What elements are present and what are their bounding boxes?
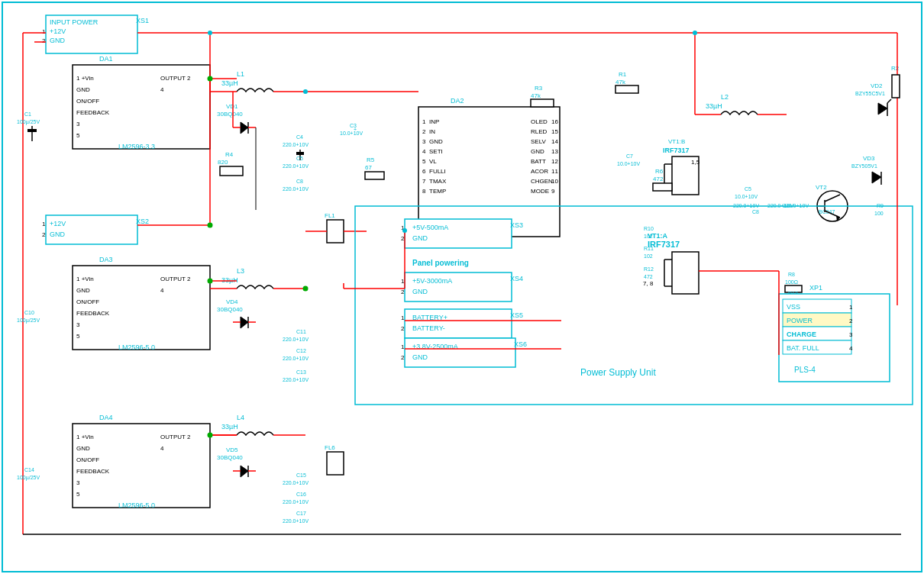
svg-text:GND: GND — [76, 86, 90, 93]
svg-text:3: 3 — [422, 138, 426, 145]
svg-text:100Ω: 100Ω — [785, 279, 798, 285]
svg-text:C4: C4 — [296, 134, 303, 140]
svg-text:+5V-500mA: +5V-500mA — [412, 224, 448, 231]
svg-text:L3: L3 — [237, 267, 244, 275]
svg-text:5: 5 — [422, 158, 426, 165]
svg-text:+: + — [354, 127, 357, 132]
svg-text:472: 472 — [653, 176, 664, 182]
svg-text:47k: 47k — [615, 79, 626, 85]
svg-text:XS2: XS2 — [136, 218, 149, 225]
svg-text:IRF7317: IRF7317 — [663, 147, 690, 154]
svg-text:L2: L2 — [721, 93, 729, 101]
svg-text:1: 1 — [42, 28, 46, 35]
svg-text:100: 100 — [874, 211, 884, 216]
svg-text:GND: GND — [412, 234, 428, 242]
svg-text:33µH: 33µH — [221, 79, 238, 87]
svg-text:ON/OFF: ON/OFF — [76, 456, 99, 463]
svg-rect-166 — [531, 99, 554, 107]
svg-text:XS4: XS4 — [510, 275, 523, 282]
svg-text:C15: C15 — [296, 472, 306, 478]
svg-text:R12: R12 — [644, 266, 654, 272]
svg-text:15: 15 — [551, 128, 558, 135]
svg-text:C17: C17 — [296, 511, 306, 516]
svg-text:8: 8 — [422, 188, 426, 195]
svg-text:OLED: OLED — [531, 118, 548, 125]
svg-text:GND: GND — [50, 231, 66, 238]
svg-text:102: 102 — [644, 234, 653, 239]
svg-text:1: 1 — [401, 314, 405, 321]
svg-text:XS3: XS3 — [510, 221, 523, 229]
svg-text:11: 11 — [551, 168, 558, 175]
svg-text:1  +Vin: 1 +Vin — [76, 434, 94, 440]
svg-text:13: 13 — [551, 148, 558, 155]
svg-text:SELV: SELV — [531, 138, 547, 145]
svg-text:3: 3 — [76, 121, 80, 127]
svg-text:+5V-3000mA: +5V-3000mA — [412, 277, 452, 285]
svg-text:POWER: POWER — [787, 317, 813, 324]
svg-text:C8: C8 — [752, 209, 759, 214]
svg-text:30BQ040: 30BQ040 — [217, 306, 243, 313]
svg-text:FEEDBACK: FEEDBACK — [76, 109, 110, 116]
svg-text:DA3: DA3 — [99, 256, 113, 263]
svg-text:BATT: BATT — [531, 158, 546, 165]
svg-text:INP: INP — [429, 118, 439, 125]
svg-text:1: 1 — [401, 343, 405, 350]
svg-text:2: 2 — [422, 128, 426, 135]
svg-text:IN: IN — [429, 128, 435, 135]
svg-point-290 — [208, 31, 212, 35]
svg-text:16: 16 — [551, 118, 558, 125]
svg-text:VSS: VSS — [787, 303, 800, 311]
svg-text:C13: C13 — [296, 369, 306, 375]
svg-text:1,5: 1,5 — [691, 159, 700, 166]
svg-text:2: 2 — [401, 325, 405, 332]
svg-text:GND: GND — [531, 148, 544, 155]
svg-rect-169 — [615, 85, 638, 93]
svg-text:1: 1 — [422, 118, 426, 125]
svg-text:VT2: VT2 — [816, 184, 827, 191]
svg-text:LM2596-3.3: LM2596-3.3 — [118, 143, 155, 150]
svg-text:4: 4 — [849, 345, 853, 352]
svg-text:C8: C8 — [296, 179, 303, 184]
svg-point-293 — [402, 228, 407, 233]
svg-text:XS6: XS6 — [514, 340, 527, 348]
svg-text:102: 102 — [644, 253, 653, 259]
svg-text:GND: GND — [412, 288, 428, 295]
svg-text:FEEDBACK: FEEDBACK — [76, 310, 110, 317]
svg-text:10.0+10V: 10.0+10V — [340, 131, 363, 136]
svg-text:5: 5 — [76, 491, 80, 498]
svg-text:100µ/25V: 100µ/25V — [17, 475, 40, 481]
svg-text:+12V: +12V — [50, 220, 66, 227]
svg-text:PLS-4: PLS-4 — [794, 366, 816, 374]
svg-text:220.0+10V: 220.0+10V — [283, 518, 309, 524]
svg-text:14: 14 — [551, 138, 558, 145]
svg-rect-233 — [653, 183, 672, 191]
svg-text:2: 2 — [401, 354, 405, 361]
svg-text:ON/OFF: ON/OFF — [76, 98, 99, 105]
svg-rect-122 — [327, 452, 344, 475]
svg-text:R10: R10 — [644, 226, 654, 231]
svg-text:4: 4 — [160, 445, 164, 452]
svg-text:3: 3 — [849, 331, 853, 338]
svg-text:CHGEN: CHGEN — [531, 178, 553, 185]
svg-text:XP1: XP1 — [809, 284, 822, 292]
svg-text:5: 5 — [76, 132, 80, 139]
svg-text:ON/OFF: ON/OFF — [76, 298, 99, 305]
svg-text:4: 4 — [160, 287, 164, 294]
svg-text:C11: C11 — [296, 329, 306, 334]
svg-text:R2: R2 — [891, 65, 900, 72]
svg-text:220.0+10V: 220.0+10V — [283, 480, 309, 485]
svg-point-292 — [303, 89, 308, 94]
svg-text:DA1: DA1 — [99, 55, 113, 63]
svg-text:R4: R4 — [225, 151, 234, 158]
svg-text:SETI: SETI — [429, 148, 443, 155]
svg-text:MODE: MODE — [531, 188, 549, 195]
svg-text:4: 4 — [160, 86, 164, 93]
svg-text:VT1:B: VT1:B — [668, 138, 685, 145]
svg-text:CHARGE: CHARGE — [787, 331, 816, 338]
schematic-canvas: INPUT POWER +12V GND XS1 1 2 DA1 1 +Vin … — [0, 0, 924, 574]
svg-text:C16: C16 — [296, 492, 306, 497]
svg-text:7: 7 — [422, 178, 426, 185]
svg-text:XS5: XS5 — [510, 311, 523, 319]
svg-rect-87 — [327, 220, 344, 243]
svg-rect-37 — [220, 166, 243, 176]
